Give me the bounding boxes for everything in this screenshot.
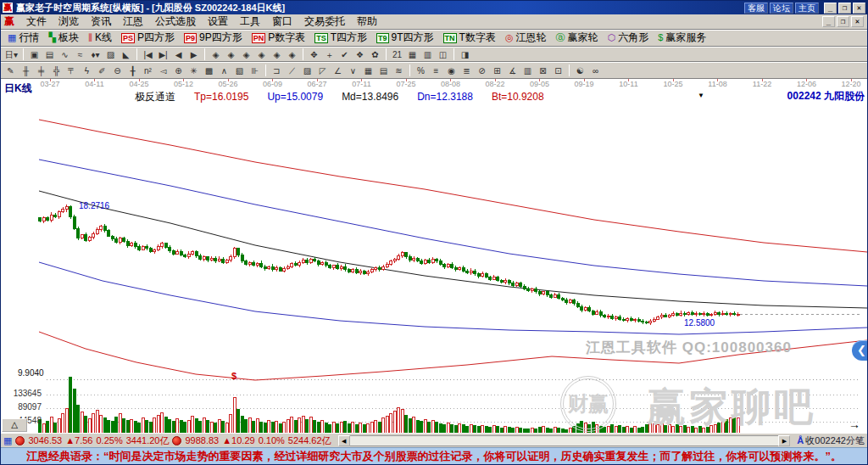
tick-feed-status[interactable]: Å 收002242分笔 <box>797 434 865 447</box>
expand-arrow-icon[interactable]: → <box>849 417 860 431</box>
draw-tool-31[interactable]: ⊘ <box>475 64 489 77</box>
draw-tool-34[interactable]: ▥ <box>520 64 535 77</box>
view-tool-17[interactable]: ◈ <box>270 48 284 61</box>
draw-tool-16[interactable]: ▧ <box>232 64 247 77</box>
view-tool-14[interactable]: ◈ <box>224 48 238 61</box>
menu-item-3[interactable]: 资讯 <box>85 14 117 30</box>
toolbar-button-winner-service[interactable]: $赢家服务 <box>654 29 710 47</box>
draw-tool-37[interactable]: ☯ <box>573 64 587 77</box>
view-tool-15[interactable]: ◈ <box>239 48 253 61</box>
draw-tool-3[interactable]: ╪ <box>34 64 48 77</box>
toolbar-button-t-square[interactable]: TST四方形 <box>310 29 371 47</box>
view-tool-13[interactable]: ◈ <box>209 48 223 61</box>
toolbar-button-gann-wheel[interactable]: ◎江恩轮 <box>501 29 551 47</box>
view-tool-22[interactable]: ❖ <box>353 48 367 61</box>
view-tool-10[interactable]: ▶| <box>156 48 170 61</box>
toolbar-button-sectors[interactable]: ▚板块 <box>44 29 82 47</box>
child-restore-button[interactable]: ❐ <box>837 16 849 27</box>
draw-tool-1[interactable]: ✎ <box>3 64 18 77</box>
toolbar-button-t-table[interactable]: TNT数字表 <box>439 29 500 47</box>
view-tool-11[interactable]: ◀ <box>171 48 186 61</box>
draw-tool-5[interactable]: 〒 <box>64 64 79 77</box>
view-tool-19[interactable]: ✥ <box>307 48 321 61</box>
pane-toggle-button[interactable]: △ <box>2 418 27 432</box>
view-tool-16[interactable]: ◈ <box>254 48 269 61</box>
draw-tool-14[interactable]: ▩ <box>202 64 216 77</box>
market-grid-icon[interactable]: ▦ <box>3 435 12 445</box>
draw-tool-22[interactable]: ∠ <box>331 64 345 77</box>
draw-tool-36[interactable]: ⊡ <box>551 64 565 77</box>
menu-item-5[interactable]: 公式选股 <box>149 14 202 30</box>
menu-item-4[interactable]: 江恩 <box>117 14 149 30</box>
draw-tool-11[interactable]: ◅ <box>156 64 170 77</box>
view-tool-12[interactable]: ▶ <box>186 48 201 61</box>
toolbar-button-winner-wheel[interactable]: ⓐ赢家轮 <box>552 29 603 47</box>
view-tool-7[interactable]: ▨ <box>103 48 118 61</box>
toolbar-button-p-table[interactable]: PNP数字表 <box>248 29 310 47</box>
titlebar-link-2[interactable]: 论坛 <box>770 3 793 14</box>
draw-tool-25[interactable]: ▤ <box>376 64 391 77</box>
scroll-right-button[interactable]: ▶ <box>778 435 790 446</box>
menu-item-10[interactable]: 帮助 <box>351 14 383 30</box>
draw-tool-23[interactable]: ∨ <box>346 64 360 77</box>
restore-button[interactable]: ❐ <box>838 3 851 14</box>
toolbar-button-hexagon[interactable]: ⬡六角形 <box>604 29 654 47</box>
view-tool-3[interactable]: ▤ <box>42 48 57 61</box>
view-tool-8[interactable]: ◣ <box>119 48 133 61</box>
view-tool-20[interactable]: ＋ <box>322 48 337 61</box>
draw-tool-15[interactable]: ∧ <box>217 64 231 77</box>
draw-tool-32[interactable]: ⊞ <box>490 64 504 77</box>
titlebar-link-1[interactable]: 客服 <box>744 3 768 14</box>
draw-tool-21[interactable]: ◸ <box>315 64 330 77</box>
menu-item-9[interactable]: 交易委托 <box>298 14 351 30</box>
horizontal-scrollbar[interactable]: ◀ ▶ <box>338 435 791 446</box>
toolbar-button-p-square[interactable]: PSP四方形 <box>117 29 179 47</box>
draw-tool-28[interactable]: ≡ <box>429 64 443 77</box>
view-tool-24[interactable]: 21 <box>390 48 404 61</box>
draw-tool-33[interactable]: ∡ <box>505 64 520 77</box>
close-button[interactable]: ✕ <box>853 3 865 14</box>
menu-item-1[interactable]: 文件 <box>20 14 53 30</box>
toolbar-button-quotes[interactable]: ▦行情 <box>3 29 43 47</box>
menu-item-2[interactable]: 浏览 <box>53 14 85 30</box>
view-tool-9[interactable]: |◀ <box>141 48 155 61</box>
view-tool-21[interactable]: ✔ <box>337 48 352 61</box>
view-tool-4[interactable]: ∿ <box>58 48 72 61</box>
toolbar-button-9p-square[interactable]: P99P四方形 <box>180 29 247 47</box>
child-close-button[interactable]: ✕ <box>851 16 864 27</box>
view-tool-26[interactable]: ▥ <box>420 48 435 61</box>
draw-tool-24[interactable]: ▦ <box>361 64 376 77</box>
view-tool-2[interactable]: ▣ <box>27 48 42 61</box>
view-tool-6[interactable]: ♦▾ <box>88 48 103 61</box>
toolbar-button-kline[interactable]: ⫼K线 <box>84 29 116 47</box>
kline-chart[interactable] <box>1 79 867 433</box>
draw-tool-6[interactable]: ϟ <box>80 64 94 77</box>
collapse-panel-button[interactable]: ❮ <box>852 340 867 361</box>
draw-tool-17[interactable]: ⊪ <box>248 64 262 77</box>
menu-item-7[interactable]: 工具 <box>234 14 266 30</box>
view-tool-23[interactable]: ✿ <box>368 48 382 61</box>
view-tool-28[interactable]: ◨ <box>458 48 472 61</box>
menu-item-6[interactable]: 设置 <box>202 14 234 30</box>
draw-tool-20[interactable]: ▨ <box>300 64 314 77</box>
draw-tool-10[interactable]: n² <box>141 64 155 77</box>
draw-tool-8[interactable]: ⊖ <box>110 64 125 77</box>
draw-tool-13[interactable]: ✳ <box>186 64 201 77</box>
scroll-track[interactable] <box>350 435 779 446</box>
draw-tool-19[interactable]: ⟋ <box>285 64 299 77</box>
draw-tool-30[interactable]: ≣ <box>459 64 474 77</box>
scroll-left-button[interactable]: ◀ <box>338 435 350 446</box>
draw-tool-2[interactable]: ╫ <box>19 64 33 77</box>
draw-tool-4[interactable]: ╬ <box>49 64 64 77</box>
view-tool-5[interactable]: ≈ <box>73 48 87 61</box>
draw-tool-12[interactable]: ⊕ <box>171 64 186 77</box>
draw-tool-38[interactable]: ∞ <box>588 64 603 77</box>
draw-tool-26[interactable]: ≋ <box>392 64 406 77</box>
menu-item-8[interactable]: 窗口 <box>266 14 298 30</box>
child-minimize-button[interactable]: _ <box>822 16 835 27</box>
draw-tool-18[interactable]: ⊐ <box>270 64 284 77</box>
titlebar-link-3[interactable]: 主页 <box>795 3 819 14</box>
view-tool-18[interactable]: ◈ <box>285 48 299 61</box>
draw-tool-9[interactable]: ╂ <box>125 64 140 77</box>
view-tool-25[interactable]: ▦ <box>405 48 420 61</box>
